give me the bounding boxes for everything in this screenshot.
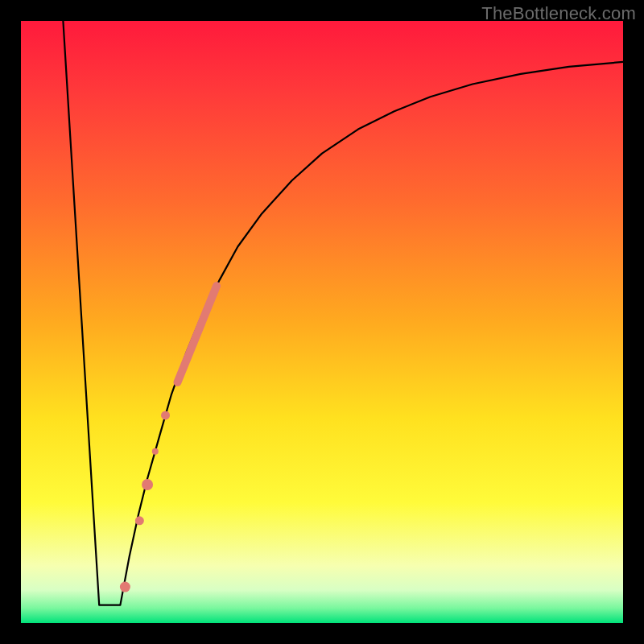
watermark-label: TheBottleneck.com [481,3,636,24]
dot-d [135,516,144,525]
dot-c [142,479,153,490]
dot-b [152,448,159,455]
dot-a [161,411,170,419]
dot-e [120,582,130,592]
plot-area [21,21,623,623]
chart-svg [21,21,623,623]
outer-frame: TheBottleneck.com [0,0,644,644]
gradient-background [21,21,623,623]
